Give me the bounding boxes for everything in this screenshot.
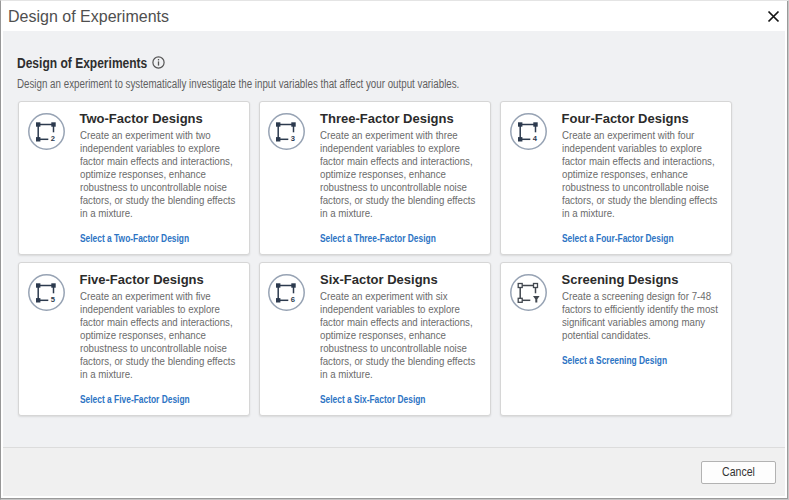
svg-text:2: 2 <box>50 133 54 142</box>
svg-text:3: 3 <box>291 133 295 142</box>
svg-text:6: 6 <box>291 294 295 303</box>
